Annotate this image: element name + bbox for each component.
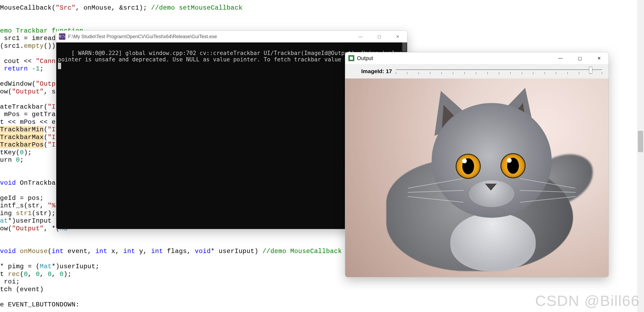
output-maximize-button[interactable]: ▢	[570, 52, 589, 64]
trackbar-thumb[interactable]	[589, 67, 592, 74]
opencv-window-icon	[348, 55, 354, 61]
console-app-icon: C:\	[59, 33, 65, 40]
code-line: e EVENT_LBUTTONDOWN:	[0, 301, 644, 309]
console-titlebar[interactable]: C:\ F:\My Studio\Test Program\OpenCV\Gui…	[56, 31, 407, 42]
console-close-button[interactable]: ✕	[388, 31, 407, 42]
cat-illustration	[376, 100, 578, 271]
code-line	[0, 12, 644, 20]
console-cursor	[58, 63, 61, 69]
trackbar-label: ImageId: 17	[361, 68, 392, 74]
code-line	[0, 293, 644, 301]
trackbar-rail	[396, 69, 602, 70]
code-line: tch (event)	[0, 286, 644, 294]
console-minimize-button[interactable]: —	[351, 31, 370, 42]
output-window: Output — ▢ ✕ ImageId: 17	[345, 52, 609, 277]
console-title: F:\My Studio\Test Program\OpenCV\GuiTest…	[68, 34, 351, 40]
code-line	[0, 19, 644, 27]
output-titlebar[interactable]: Output — ▢ ✕	[345, 52, 609, 64]
console-maximize-button[interactable]: ▢	[370, 31, 388, 42]
page-scrollbar[interactable]	[637, 0, 644, 312]
output-title: Output	[357, 55, 551, 61]
output-close-button[interactable]: ✕	[589, 52, 609, 64]
output-image	[345, 78, 609, 277]
trackbar[interactable]	[396, 67, 602, 76]
output-minimize-button[interactable]: —	[551, 52, 570, 64]
page-scrollbar-thumb[interactable]	[638, 131, 643, 152]
console-scrollbar-thumb[interactable]	[402, 42, 407, 52]
trackbar-row: ImageId: 17	[345, 64, 609, 78]
trackbar-ticks	[396, 72, 602, 75]
code-line: roi;	[0, 278, 644, 286]
code-line: MouseCallback("Src", onMouse, &src1); //…	[0, 4, 644, 12]
